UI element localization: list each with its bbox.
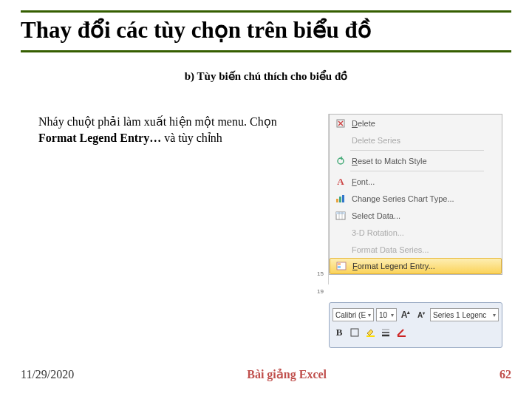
divider-top (21, 10, 511, 13)
delete-icon (334, 117, 347, 129)
menu-3d-rotation: 3-D Rotation... (330, 224, 502, 241)
menu-label: 3-D Rotation... (352, 228, 497, 237)
axis-num-b: 19 (317, 288, 324, 295)
menu-label: Format Legend Entry... (352, 262, 497, 270)
separator (350, 171, 484, 171)
body-text: Nháy chuột phải làm xuất hiện một menu. … (38, 114, 312, 146)
menu-label: Font... (352, 177, 497, 186)
blank-icon (334, 244, 347, 256)
font-select[interactable]: Calibri (E▾ (332, 308, 374, 321)
line-color-button[interactable] (395, 326, 408, 339)
menu-format-data-series: Format Data Series... (330, 241, 502, 258)
select-data-icon (334, 210, 347, 222)
svg-rect-6 (342, 195, 344, 202)
bold-button[interactable]: B (332, 326, 346, 339)
svg-rect-5 (339, 197, 341, 202)
border-button[interactable] (348, 326, 361, 339)
menu-label: Delete (352, 119, 497, 128)
sheet-edge (313, 114, 329, 284)
menu-delete-series: Delete Series (330, 132, 502, 149)
svg-rect-15 (366, 335, 375, 337)
svg-rect-19 (398, 335, 406, 337)
font-icon: A (334, 176, 347, 188)
footer-page: 62 (499, 368, 511, 381)
fill-color-button[interactable] (364, 326, 377, 339)
footer-title: Bài giảng Excel (247, 367, 327, 381)
svg-rect-12 (338, 263, 341, 265)
svg-rect-14 (351, 329, 358, 336)
menu-select-data[interactable]: Select Data... (330, 207, 502, 224)
svg-point-3 (338, 158, 344, 164)
body-suffix: và tùy chỉnh (161, 132, 222, 144)
axis-num-a: 15 (317, 270, 324, 277)
menu-label: Delete Series (352, 136, 497, 145)
svg-rect-4 (336, 199, 338, 202)
menu-reset-style[interactable]: Reset to Match Style (330, 152, 502, 169)
menu-label: Format Data Series... (352, 245, 497, 254)
menu-change-chart-type[interactable]: Change Series Chart Type... (330, 190, 502, 207)
subtitle: b) Tùy biến chú thích cho biểu đồ (10, 69, 522, 83)
shrink-font-button[interactable]: A▾ (415, 308, 428, 321)
body-strong: Format Legend Entry… (38, 132, 161, 144)
body-prefix: Nháy chuột phải làm xuất hiện một menu. … (38, 115, 277, 128)
series-select[interactable]: Series 1 Legenc▾ (430, 308, 499, 321)
footer: 11/29/2020 Bài giảng Excel 62 (21, 367, 511, 381)
menu-format-legend-entry[interactable]: Format Legend Entry... (330, 258, 502, 274)
menu-font[interactable]: A Font... (330, 173, 502, 190)
mini-toolbar: Calibri (E▾ 10▾ A▴ A▾ Series 1 Legenc▾ B (329, 302, 502, 348)
footer-date: 11/29/2020 (21, 368, 74, 381)
blank-icon (334, 134, 347, 146)
chart-icon (334, 193, 347, 205)
svg-rect-13 (338, 266, 341, 268)
format-icon (335, 260, 348, 272)
blank-icon (334, 227, 347, 239)
page-title: Thay đổi các tùy chọn trên biểu đồ (21, 16, 372, 44)
svg-rect-8 (336, 212, 345, 214)
menu-label: Change Series Chart Type... (352, 194, 497, 203)
divider-bottom (21, 50, 511, 52)
chevron-down-icon: ▾ (493, 312, 496, 318)
font-size-select[interactable]: 10▾ (376, 308, 397, 321)
grow-font-button[interactable]: A▴ (399, 308, 412, 321)
reset-icon (334, 155, 347, 167)
menu-label: Reset to Match Style (352, 157, 497, 166)
separator (350, 150, 484, 151)
chevron-down-icon: ▾ (368, 312, 371, 318)
chevron-down-icon: ▾ (391, 312, 394, 318)
menu-label: Select Data... (352, 211, 497, 220)
line-style-button[interactable] (379, 326, 392, 339)
menu-delete[interactable]: Delete (330, 115, 502, 132)
context-menu: Delete Delete Series Reset to Match Styl… (329, 114, 502, 275)
